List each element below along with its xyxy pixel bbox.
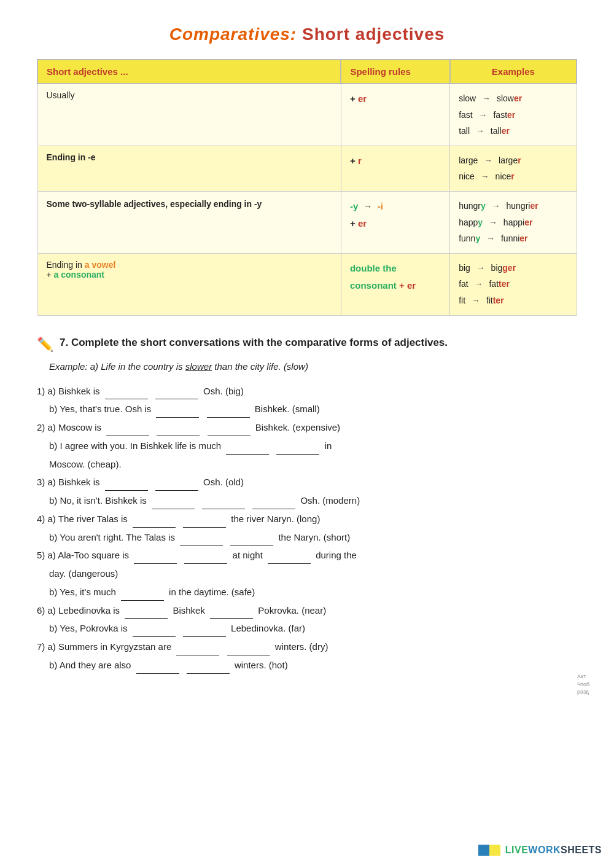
spelling-cell-double: double theconsonant + er bbox=[341, 253, 449, 315]
spelling-cell-r: + r bbox=[341, 146, 449, 191]
example-hint: (slow) bbox=[284, 361, 308, 372]
blank-input[interactable] bbox=[208, 436, 251, 436]
item-1b-label: b) Yes, that's true. Osh is bbox=[49, 404, 154, 414]
item-2b-rest: in bbox=[325, 440, 332, 451]
example-slow: slow → slower bbox=[459, 90, 567, 107]
item-1b-rest: Bishkek. (small) bbox=[255, 404, 320, 414]
item-7b-rest: winters. (hot) bbox=[235, 660, 288, 670]
example-hungry: hungry → hungrier bbox=[459, 198, 567, 214]
example-happy: happy → happier bbox=[459, 214, 567, 231]
example-large: large → larger bbox=[459, 152, 567, 169]
liveworksheets-logo bbox=[478, 845, 500, 856]
blank-input[interactable] bbox=[183, 636, 226, 637]
item-5b-label: b) Yes, it's much bbox=[49, 587, 119, 597]
item-7-label: 7) a) Summers in Kyrgyzstan are bbox=[37, 641, 174, 652]
item-3a-rest: Osh. (old) bbox=[203, 477, 244, 487]
blank-input[interactable] bbox=[252, 509, 295, 509]
example-fit: fit → fitter bbox=[459, 292, 567, 309]
blank-input[interactable] bbox=[133, 636, 176, 637]
blank-input[interactable] bbox=[230, 545, 273, 545]
item-1a-rest: Osh. (big) bbox=[203, 386, 244, 396]
item-2b-cont: Moscow. (cheap). bbox=[49, 459, 122, 469]
example-fat: fat → fatter bbox=[459, 276, 567, 292]
blank-input[interactable] bbox=[207, 417, 250, 418]
item-2-label: 2) a) Moscow is bbox=[37, 422, 104, 432]
item-4b-rest: the Naryn. (short) bbox=[278, 532, 350, 542]
item-6b-rest: Lebedinovka. (far) bbox=[231, 623, 305, 633]
logo-box-blue bbox=[478, 845, 489, 856]
grammar-table: Short adjectives ... Spelling rules Exam… bbox=[37, 59, 577, 316]
col-header-adjectives: Short adjectives ... bbox=[37, 60, 341, 84]
example-funny: funny → funnier bbox=[459, 230, 567, 247]
item-2b-label: b) I agree with you. In Bishkek life is … bbox=[49, 440, 223, 451]
list-item: b) I agree with you. In Bishkek life is … bbox=[49, 437, 577, 455]
sidebar-note: Акт Чтоб разд bbox=[577, 673, 613, 696]
blank-input[interactable] bbox=[156, 417, 199, 418]
blank-input[interactable] bbox=[105, 490, 148, 491]
er-suffix: er bbox=[358, 93, 367, 104]
example-tall: tall → taller bbox=[459, 123, 567, 139]
item-3b-rest: Osh. (modern) bbox=[300, 495, 360, 506]
table-row: Usually + er slow → slower fast → faster… bbox=[37, 84, 577, 146]
logo-box-yellow bbox=[489, 845, 500, 856]
blank-input[interactable] bbox=[106, 436, 149, 436]
blank-input[interactable] bbox=[187, 673, 230, 674]
list-item: Moscow. (cheap). bbox=[49, 456, 577, 473]
blank-input[interactable] bbox=[227, 655, 270, 655]
list-item: 7) a) Summers in Kyrgyzstan are winters.… bbox=[37, 638, 577, 655]
item-3-label: 3) a) Bishkek is bbox=[37, 477, 103, 487]
blank-input[interactable] bbox=[202, 509, 245, 509]
list-item: b) Yes, that's true. Osh is Bishkek. (sm… bbox=[49, 401, 577, 418]
blank-input[interactable] bbox=[210, 618, 253, 619]
item-6b-label: b) Yes, Pokrovka is bbox=[49, 623, 130, 633]
adjective-cell-ending-e: Ending in -e bbox=[37, 146, 341, 191]
spelling-cell-er: + er bbox=[341, 84, 449, 146]
examples-cell-usually: slow → slower fast → faster tall → talle… bbox=[450, 84, 577, 146]
item-5a-mid: at night bbox=[233, 550, 265, 560]
list-item: 3) a) Bishkek is Osh. (old) bbox=[37, 474, 577, 491]
plus-sign: + bbox=[350, 93, 358, 104]
table-row: Ending in -e + r large → larger nice → n… bbox=[37, 146, 577, 191]
list-item: 5) a) Ala-Too square is at night during … bbox=[37, 547, 577, 564]
blank-input[interactable] bbox=[155, 399, 198, 399]
blank-input[interactable] bbox=[183, 527, 226, 528]
list-item: b) Yes, it's much in the daytime. (safe) bbox=[49, 584, 577, 601]
item-5a-day: day. (dangerous) bbox=[49, 568, 118, 579]
blank-input[interactable] bbox=[152, 509, 195, 509]
item-2a-rest: Bishkek. (expensive) bbox=[255, 422, 340, 432]
item-3b-label: b) No, it isn't. Bishkek is bbox=[49, 495, 149, 506]
adjective-cell-two-syllable: Some two-syllable adjectives, especially… bbox=[37, 191, 341, 253]
example-fast: fast → faster bbox=[459, 107, 567, 123]
exercise-items: 1) a) Bishkek is Osh. (big) b) Yes, that… bbox=[37, 383, 577, 674]
blank-input[interactable] bbox=[157, 436, 200, 436]
list-item: b) And they are also winters. (hot) bbox=[49, 657, 577, 674]
blank-input[interactable] bbox=[226, 454, 269, 455]
col-header-examples: Examples bbox=[450, 60, 577, 84]
blank-input[interactable] bbox=[121, 600, 164, 601]
example-nice: nice → nicer bbox=[459, 168, 567, 185]
examples-cell-vowel-consonant: big → bigger fat → fatter fit → fitter bbox=[450, 253, 577, 315]
blank-input[interactable] bbox=[276, 454, 319, 455]
item-5-label: 5) a) Ala-Too square is bbox=[37, 550, 131, 560]
example-text-italic: a) Life in the country is slower than th… bbox=[90, 361, 308, 372]
list-item: 2) a) Moscow is Bishkek. (expensive) bbox=[37, 419, 577, 436]
blank-input[interactable] bbox=[155, 490, 198, 491]
blank-input[interactable] bbox=[136, 673, 179, 674]
blank-input[interactable] bbox=[176, 655, 219, 655]
item-6-label: 6) a) Lebedinovka is bbox=[37, 605, 122, 616]
item-7b-label: b) And they are also bbox=[49, 660, 134, 670]
adjective-cell-usually: Usually bbox=[37, 84, 341, 146]
table-row: Some two-syllable adjectives, especially… bbox=[37, 191, 577, 253]
blank-input[interactable] bbox=[268, 563, 311, 564]
blank-input[interactable] bbox=[133, 527, 176, 528]
blank-input[interactable] bbox=[180, 545, 223, 545]
blank-input[interactable] bbox=[184, 563, 227, 564]
list-item: 4) a) The river Talas is the river Naryn… bbox=[37, 510, 577, 528]
col-header-spelling: Spelling rules bbox=[341, 60, 449, 84]
examples-cell-two-syllable: hungry → hungrier happy → happier funny … bbox=[450, 191, 577, 253]
list-item: b) No, it isn't. Bishkek is Osh. (modern… bbox=[49, 492, 577, 509]
list-item: 1) a) Bishkek is Osh. (big) bbox=[37, 383, 577, 400]
blank-input[interactable] bbox=[105, 399, 148, 399]
blank-input[interactable] bbox=[125, 618, 168, 619]
blank-input[interactable] bbox=[134, 563, 177, 564]
